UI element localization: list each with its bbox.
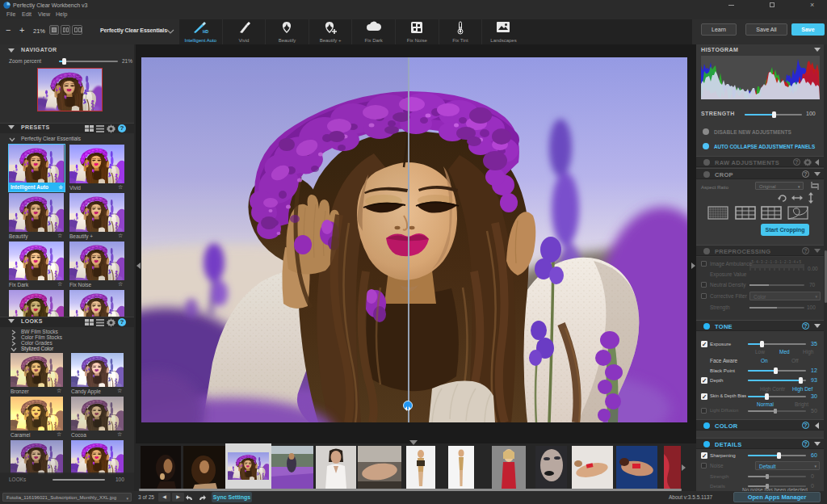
svg-text:HD: HD <box>203 29 209 34</box>
